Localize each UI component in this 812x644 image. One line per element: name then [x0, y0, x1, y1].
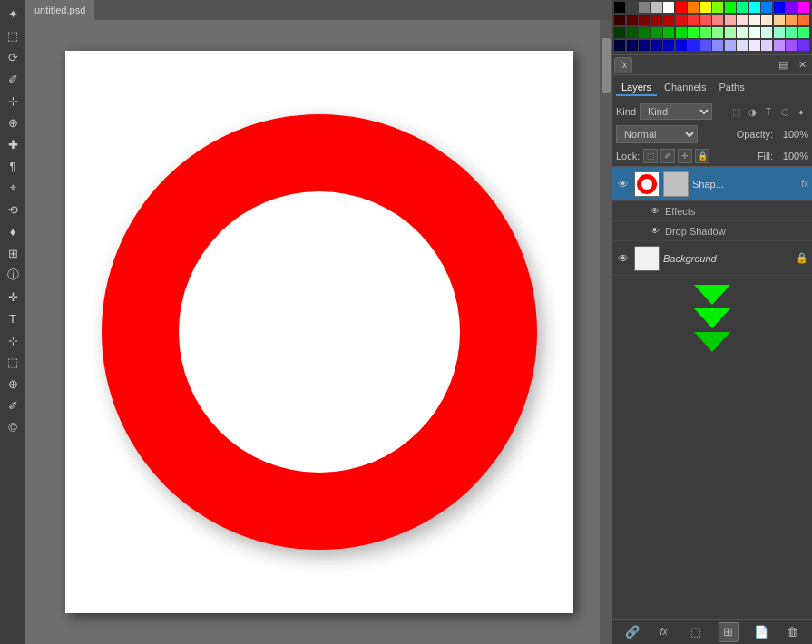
- link-layers-btn[interactable]: 🔗: [623, 623, 641, 641]
- delete-layer-btn[interactable]: 🗑: [784, 623, 802, 641]
- lock-transparent-btn[interactable]: ⬚: [643, 149, 658, 163]
- add-mask-btn[interactable]: ⬚: [687, 623, 705, 641]
- lock-all-btn[interactable]: 🔒: [695, 149, 709, 163]
- swatch[interactable]: [676, 40, 687, 51]
- visibility-icon-bg[interactable]: 👁: [616, 251, 631, 266]
- swatch[interactable]: [688, 40, 699, 51]
- swatch[interactable]: [761, 40, 772, 51]
- swatch[interactable]: [627, 2, 638, 13]
- panel-menu-btn[interactable]: ▤: [775, 57, 791, 73]
- swatch[interactable]: [725, 27, 736, 38]
- swatch[interactable]: [712, 15, 723, 25]
- tool-eyedropper[interactable]: ⊕: [3, 112, 23, 132]
- lock-position-btn[interactable]: ✛: [678, 149, 692, 163]
- swatch[interactable]: [639, 40, 650, 51]
- swatch[interactable]: [749, 15, 760, 25]
- swatch[interactable]: [688, 15, 699, 25]
- swatch[interactable]: [688, 2, 699, 13]
- swatch[interactable]: [774, 2, 785, 13]
- swatch[interactable]: [663, 27, 674, 38]
- swatch[interactable]: [700, 15, 711, 25]
- swatch[interactable]: [798, 27, 809, 38]
- kind-type-icon[interactable]: T: [761, 104, 776, 119]
- panel-close-btn[interactable]: ✕: [794, 57, 810, 73]
- tool-gradient[interactable]: ⊞: [3, 243, 23, 263]
- swatch[interactable]: [737, 27, 748, 38]
- tool-healing[interactable]: ✚: [3, 134, 23, 154]
- swatch[interactable]: [651, 2, 662, 13]
- fx-button[interactable]: fx: [614, 57, 632, 73]
- swatch[interactable]: [725, 40, 736, 51]
- swatch[interactable]: [676, 2, 687, 13]
- swatch[interactable]: [663, 2, 674, 13]
- scroll-thumb[interactable]: [602, 38, 611, 93]
- lock-pixel-btn[interactable]: ✐: [660, 149, 675, 163]
- swatch[interactable]: [712, 2, 723, 13]
- swatch[interactable]: [774, 15, 785, 25]
- tool-hand[interactable]: ✐: [3, 395, 23, 415]
- kind-smart-icon[interactable]: ♦: [794, 104, 808, 119]
- swatch[interactable]: [627, 27, 638, 38]
- swatch[interactable]: [725, 15, 736, 25]
- swatch[interactable]: [614, 27, 625, 38]
- swatch[interactable]: [798, 40, 809, 51]
- swatch[interactable]: [614, 15, 625, 25]
- swatch[interactable]: [737, 15, 748, 25]
- swatch[interactable]: [749, 2, 760, 13]
- kind-select[interactable]: Kind: [640, 103, 712, 120]
- tab-layers[interactable]: Layers: [616, 80, 657, 96]
- swatch[interactable]: [639, 27, 650, 38]
- swatch[interactable]: [651, 27, 662, 38]
- tool-marquee[interactable]: ⬚: [3, 25, 23, 45]
- swatch[interactable]: [786, 2, 797, 13]
- tab-paths[interactable]: Paths: [714, 80, 750, 96]
- tool-crop[interactable]: ⊹: [3, 91, 23, 111]
- swatch[interactable]: [737, 40, 748, 51]
- tool-eraser[interactable]: ♦: [3, 221, 23, 241]
- tool-brush[interactable]: ¶: [3, 156, 23, 176]
- drop-shadow-visibility-icon[interactable]: 👁: [649, 224, 661, 239]
- tab-channels[interactable]: Channels: [659, 80, 711, 96]
- swatch[interactable]: [639, 15, 650, 25]
- blend-mode-select[interactable]: Normal Multiply Screen: [616, 125, 698, 143]
- swatch[interactable]: [712, 27, 723, 38]
- tool-move[interactable]: ✦: [3, 4, 23, 24]
- layer-row-shape[interactable]: 👁 Shap... fx: [612, 167, 812, 201]
- kind-pixel-icon[interactable]: ⬚: [729, 104, 743, 119]
- swatch[interactable]: [663, 15, 674, 25]
- tool-zoom[interactable]: ⊕: [3, 374, 23, 394]
- swatch[interactable]: [749, 40, 760, 51]
- tool-history[interactable]: ⟲: [3, 200, 23, 220]
- swatch[interactable]: [737, 2, 748, 13]
- swatch[interactable]: [651, 15, 662, 25]
- swatch[interactable]: [639, 2, 650, 13]
- swatch[interactable]: [798, 15, 809, 25]
- swatch[interactable]: [663, 40, 674, 51]
- swatch[interactable]: [761, 2, 772, 13]
- swatch[interactable]: [786, 40, 797, 51]
- swatch[interactable]: [700, 27, 711, 38]
- swatch[interactable]: [688, 27, 699, 38]
- swatch[interactable]: [676, 27, 687, 38]
- effects-visibility-icon[interactable]: 👁: [649, 204, 661, 219]
- tool-clone[interactable]: ⌖: [3, 178, 23, 198]
- swatch[interactable]: [786, 27, 797, 38]
- swatch[interactable]: [774, 27, 785, 38]
- swatch[interactable]: [614, 2, 625, 13]
- kind-adjust-icon[interactable]: ◑: [745, 104, 759, 119]
- swatch[interactable]: [749, 27, 760, 38]
- visibility-icon-shape[interactable]: 👁: [616, 177, 631, 191]
- swatch[interactable]: [627, 15, 638, 25]
- swatch[interactable]: [627, 40, 638, 51]
- canvas-tab[interactable]: untitled.psd: [25, 0, 94, 20]
- swatch[interactable]: [761, 27, 772, 38]
- tool-dodge[interactable]: ⓘ: [3, 265, 23, 285]
- tool-lasso[interactable]: ⟳: [3, 47, 23, 67]
- layer-fx-icon[interactable]: fx: [801, 179, 808, 189]
- new-group-btn[interactable]: ⊞: [719, 622, 739, 642]
- swatch[interactable]: [712, 40, 723, 51]
- scrollbar[interactable]: [600, 20, 612, 644]
- swatch[interactable]: [614, 40, 625, 51]
- layer-row-background[interactable]: 👁 Background 🔒: [612, 241, 812, 276]
- tool-text[interactable]: T: [3, 308, 23, 328]
